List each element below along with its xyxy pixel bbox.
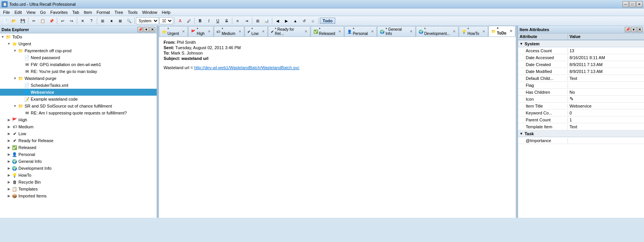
tab-close-button[interactable]: ✕	[410, 30, 413, 33]
bold-button[interactable]: B	[196, 17, 204, 25]
tab-item[interactable]: ✅* Released✕	[311, 26, 344, 36]
tree-item[interactable]: ✉RE: Am I suppressing quote requests or …	[0, 109, 157, 116]
menu-favorites[interactable]: Favorites	[48, 9, 70, 15]
undo-button[interactable]: ↩	[58, 17, 67, 25]
nav-home[interactable]: ⌂	[309, 17, 317, 25]
tree-item[interactable]: ▶✔Low	[0, 130, 157, 137]
menu-item[interactable]: Item	[81, 9, 94, 15]
email-link[interactable]: http://dev-wl-web1/WastelandBatch/Wastel…	[194, 65, 299, 70]
menu-tab[interactable]: Tab	[70, 9, 81, 15]
open-button[interactable]: 📂	[10, 17, 18, 25]
table-btn[interactable]: ⊞	[253, 17, 262, 25]
tree-item[interactable]: ▼⭐Urgent	[0, 40, 157, 47]
menu-edit[interactable]: Edit	[12, 9, 24, 15]
redo-button[interactable]: ↪	[67, 17, 76, 25]
tree-item[interactable]: ▶👤Personal	[0, 151, 157, 158]
menu-tools[interactable]: Tools	[126, 9, 140, 15]
format-btn-4[interactable]: 🔍	[125, 17, 133, 25]
panel-close-button[interactable]: ✕	[150, 27, 155, 32]
panel-menu-button[interactable]: ▼	[144, 27, 149, 32]
format-btn-3[interactable]: ⊠	[116, 17, 124, 25]
attr-close-button[interactable]: ✕	[637, 27, 642, 32]
tree-toggle[interactable]	[18, 110, 24, 116]
tab-close-button[interactable]: ✕	[510, 29, 513, 33]
tree-item[interactable]: ▼📁Wasteland purge	[0, 75, 157, 82]
help-button[interactable]: ?	[87, 17, 96, 25]
nav-refresh[interactable]: ↺	[300, 17, 308, 25]
tree-item[interactable]: 📝Example wasteland code	[0, 96, 157, 103]
minimize-button[interactable]: —	[622, 1, 629, 7]
tree-toggle[interactable]: ▶	[6, 131, 12, 136]
tree-toggle[interactable]: ▶	[6, 166, 12, 171]
tree-toggle[interactable]: ▼	[12, 76, 18, 81]
tree-toggle[interactable]: ▶	[6, 159, 12, 164]
tree-toggle[interactable]: ▶	[6, 124, 12, 129]
tree-item[interactable]: 🌐Webservice	[0, 89, 157, 96]
tree-toggle[interactable]: ▶	[6, 152, 12, 157]
tab-item[interactable]: ✔* Low✕	[245, 26, 268, 36]
tab-item[interactable]: 👤* Personal✕	[344, 26, 377, 36]
font-color-button[interactable]: A	[176, 17, 184, 25]
nav-forward[interactable]: ▶	[282, 17, 291, 25]
tree-container[interactable]: ▼📁ToDo▼⭐Urgent▼📁Paymentech off csp-prod📄…	[0, 33, 157, 218]
tab-close-button[interactable]: ✕	[262, 30, 265, 33]
tab-item[interactable]: ⭐* Urgent✕	[159, 26, 188, 36]
tree-toggle[interactable]: ▶	[6, 138, 12, 143]
underline-button[interactable]: U	[214, 17, 222, 25]
tree-item[interactable]: ✉FW: GPG installation on den-wl-web1	[0, 61, 157, 68]
indent-btn[interactable]: ⇥	[242, 17, 251, 25]
tree-item[interactable]: ▶🏷Medium	[0, 123, 157, 130]
tab-close-button[interactable]: ✕	[453, 30, 456, 33]
menu-help[interactable]: Help	[159, 9, 173, 15]
paste-button[interactable]: 📌	[47, 17, 56, 25]
tab-item[interactable]: 🌍* General Info✕	[377, 26, 416, 36]
tree-toggle[interactable]: ▶	[6, 117, 12, 123]
section-toggle-icon[interactable]: ▼	[520, 132, 523, 136]
menu-go[interactable]: Go	[38, 9, 48, 15]
tab-close-button[interactable]: ✕	[305, 30, 308, 33]
tree-item[interactable]: ▶📋Templates	[0, 186, 157, 192]
tree-toggle[interactable]: ▶	[6, 193, 12, 199]
tab-item[interactable]: 🏷* Medium✕	[214, 26, 244, 36]
tree-item[interactable]: ▶✅Released	[0, 144, 157, 151]
tree-item[interactable]: ▶✔Ready for Release	[0, 137, 157, 144]
tab-item[interactable]: 🌍* Development...✕	[416, 26, 459, 36]
format-btn-1[interactable]: ⊞	[98, 17, 107, 25]
attr-menu-button[interactable]: ▼	[631, 27, 636, 32]
tab-close-button[interactable]: ✕	[208, 30, 211, 33]
tree-toggle[interactable]: ▶	[6, 179, 12, 185]
tree-item[interactable]: ▶🚩High	[0, 116, 157, 123]
tree-item[interactable]: ▶🌍Development Info	[0, 165, 157, 172]
tab-item[interactable]: 🚩* High✕	[188, 26, 214, 36]
tree-item[interactable]: ▶📦Imported Items	[0, 192, 157, 199]
chart-btn[interactable]: 📊	[262, 17, 271, 25]
save-button[interactable]: 💾	[18, 17, 27, 25]
tree-toggle[interactable]: ▼	[12, 103, 18, 109]
tab-close-button[interactable]: ✕	[182, 30, 185, 33]
tree-item[interactable]: ✉RE: You're just the go-to man today	[0, 68, 157, 75]
style-combo[interactable]: System	[136, 17, 159, 24]
tab-close-button[interactable]: ✕	[482, 30, 485, 33]
tab-close-button[interactable]: ✕	[338, 30, 341, 33]
nav-back[interactable]: ◀	[273, 17, 282, 25]
tree-toggle[interactable]: ▼	[6, 41, 12, 46]
menu-format[interactable]: Format	[94, 9, 112, 15]
menu-view[interactable]: View	[24, 9, 38, 15]
menu-file[interactable]: File	[1, 9, 12, 15]
maximize-button[interactable]: □	[629, 1, 636, 7]
tree-item[interactable]: ▶🗑Recycle Bin	[0, 179, 157, 186]
font-size-combo[interactable]: 10	[159, 17, 173, 24]
menu-tree[interactable]: Tree	[112, 9, 125, 15]
tab-close-button[interactable]: ✕	[238, 30, 242, 33]
tree-item[interactable]: 📄SchedulerTasks.xml	[0, 82, 157, 89]
tree-toggle[interactable]: ▶	[6, 186, 12, 192]
tree-toggle[interactable]: ▼	[12, 48, 18, 53]
tree-toggle[interactable]	[18, 55, 24, 60]
tab-item[interactable]: 💡* HowTo✕	[459, 26, 488, 36]
attr-pin-button[interactable]: 📌	[625, 27, 630, 32]
tab-item[interactable]: ✔* Ready for Rel...✕	[268, 26, 310, 36]
strikethrough-button[interactable]: S	[222, 17, 231, 25]
nav-up[interactable]: ▲	[291, 17, 300, 25]
delete-button[interactable]: ✕	[78, 17, 87, 25]
todo-button[interactable]: Todo	[320, 18, 335, 24]
